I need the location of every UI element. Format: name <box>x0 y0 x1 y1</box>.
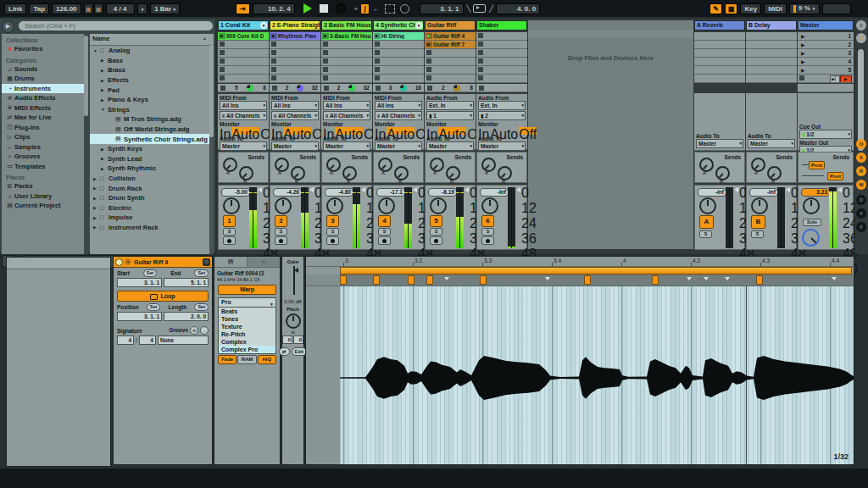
warp-mode-option-re-pitch[interactable]: Re-Pitch <box>219 330 275 338</box>
tree-item-bass[interactable]: ▶Bass <box>90 56 214 66</box>
arm-button[interactable] <box>326 236 339 245</box>
stop-icon[interactable] <box>479 86 484 91</box>
track-header[interactable]: 1 Coral Kit▾ <box>218 20 269 30</box>
sidebar-item-plug-ins[interactable]: ◫Plug-Ins <box>2 123 84 133</box>
clip-slot[interactable] <box>321 66 372 75</box>
tree-item-synth-lead[interactable]: ▶Synth Lead <box>90 154 214 164</box>
volume-display[interactable]: -Inf <box>480 188 509 197</box>
gain-value[interactable]: 0.00 dB <box>282 297 303 304</box>
follow-button[interactable]: ⇥ <box>236 3 250 14</box>
monitor-option-off[interactable]: Off <box>519 127 537 135</box>
clip-position-value[interactable]: 3. 1. 1 <box>117 312 162 321</box>
tree-item-drum-synth[interactable]: ▶□Drum Synth <box>90 193 214 203</box>
time-signature-display[interactable]: 4 / 4 <box>106 3 135 14</box>
clip-stop-icon[interactable] <box>478 75 483 80</box>
clip-slot[interactable] <box>476 66 527 75</box>
scene-slot[interactable]: ▶2 <box>798 41 854 49</box>
track-header[interactable]: Guitar Riff <box>425 20 476 30</box>
io-select[interactable]: Master▾ <box>696 139 743 148</box>
monitor-option-auto[interactable]: Auto <box>490 127 518 135</box>
clip-slot[interactable] <box>476 49 527 58</box>
expand-arrow-icon[interactable]: ▶ <box>93 186 100 191</box>
loop-switch[interactable] <box>473 4 486 13</box>
sidebar-item-drums[interactable]: ▦Drums <box>2 74 84 84</box>
clip-stop-icon[interactable] <box>220 58 225 64</box>
stop-icon[interactable] <box>376 86 381 91</box>
clip-slot[interactable] <box>476 58 527 66</box>
search-input[interactable] <box>18 20 214 31</box>
track-menu-icon[interactable]: ▾ <box>415 22 422 29</box>
play-button[interactable] <box>303 3 312 14</box>
clip-stop-icon[interactable] <box>375 58 380 64</box>
pitch-semitones[interactable]: 0 <box>282 336 292 344</box>
clip-slot[interactable] <box>218 41 269 49</box>
clip-stop-icon[interactable] <box>271 42 276 47</box>
clip-stop-icon[interactable] <box>323 58 328 64</box>
clip-stop-icon[interactable] <box>323 67 328 72</box>
warp-marker-strip[interactable] <box>306 274 854 286</box>
warp-marker[interactable] <box>340 275 347 285</box>
tree-item-electric[interactable]: ▶□Electric <box>90 203 214 214</box>
beat-time-ruler[interactable]: 33.23.33.444.24.34.4 <box>306 257 854 267</box>
sidebar-item-audio-effects[interactable]: ≋Audio Effects <box>2 93 84 103</box>
clip-stop-icon[interactable] <box>375 75 380 80</box>
clip-play-icon[interactable]: ▶ <box>322 33 329 39</box>
solo-button[interactable]: S <box>275 228 287 236</box>
scene-play-icon[interactable]: ▶ <box>801 42 805 47</box>
show-s-toggle[interactable]: S <box>856 152 866 163</box>
tree-item-collision[interactable]: ▶□Collision <box>90 174 214 184</box>
volume-display[interactable]: -17.1 <box>376 188 405 197</box>
show-r-toggle[interactable]: R <box>856 166 866 176</box>
transient-marker-icon[interactable] <box>704 277 709 280</box>
tap-tempo-button[interactable]: Tap <box>29 3 49 14</box>
pan-knob[interactable] <box>326 197 343 214</box>
warp-marker[interactable] <box>408 275 415 285</box>
scene-slot[interactable]: ▶1 <box>798 32 854 41</box>
monitor-option-in[interactable]: In <box>426 127 437 135</box>
signature-numerator[interactable]: 4 <box>117 336 134 345</box>
clip-stop-icon[interactable] <box>375 67 380 72</box>
warp-mode-option-complex[interactable]: Complex <box>219 338 275 346</box>
track-header[interactable]: Shaker <box>476 20 527 30</box>
clip-slot[interactable]: ▶3-Basic FM Hou <box>321 32 372 41</box>
sidebar-scrollbar[interactable] <box>84 34 88 254</box>
metronome-icon[interactable]: ▾ <box>137 3 148 14</box>
clip-stop-icon[interactable] <box>220 42 225 47</box>
expand-arrow-icon[interactable]: ▶ <box>93 176 100 181</box>
automation-arm-button[interactable]: ∫ <box>360 3 369 14</box>
show-d-toggle[interactable]: D <box>856 195 866 205</box>
set-start-button[interactable]: Set <box>143 269 158 277</box>
post-toggle-b[interactable]: Post <box>827 172 843 180</box>
ram-button[interactable]: RAM <box>237 355 256 364</box>
clip-overview-toggle-icon[interactable]: ≡ <box>856 20 866 30</box>
monitor-option-auto[interactable]: Auto <box>335 127 363 135</box>
list-header[interactable]: Name▲ <box>90 34 214 46</box>
transient-marker-icon[interactable] <box>687 277 692 280</box>
expand-arrow-icon[interactable]: ▶ <box>93 215 100 220</box>
volume-display[interactable]: -inf <box>749 188 778 197</box>
warp-button[interactable]: Warp <box>218 285 276 295</box>
warp-marker[interactable] <box>756 275 763 285</box>
track-header[interactable]: 3 Basic FM House <box>321 20 372 30</box>
fader-handle[interactable] <box>413 187 417 192</box>
clip-slot[interactable] <box>321 49 372 58</box>
groove-commit-icon[interactable]: ⊙ <box>190 326 198 335</box>
clip-stop-icon[interactable] <box>323 50 328 55</box>
clip-slot[interactable] <box>373 75 424 83</box>
tree-item-brass[interactable]: ▶Brass <box>90 65 214 75</box>
tree-item-pad[interactable]: ▶Pad <box>90 85 214 95</box>
expand-arrow-icon[interactable]: ▶ <box>93 225 100 230</box>
signature-denominator[interactable]: 4 <box>139 336 156 345</box>
show-o-toggle[interactable]: O <box>856 139 866 149</box>
fader-handle[interactable] <box>734 187 738 192</box>
clip-stop-icon[interactable] <box>220 67 225 72</box>
pan-knob[interactable] <box>430 197 447 214</box>
fader-handle[interactable] <box>258 187 262 192</box>
scene-play-icon[interactable]: ▶ <box>801 50 805 56</box>
hot-swap-icon[interactable]: ⊙ <box>203 258 210 266</box>
sidebar-item-current-project[interactable]: ▤Current Project <box>2 201 84 211</box>
clip-slot[interactable] <box>321 75 372 83</box>
tree-item-strings[interactable]: ▼Strings <box>90 105 214 115</box>
pan-knob[interactable] <box>803 197 820 214</box>
clip-slot[interactable] <box>476 41 527 49</box>
